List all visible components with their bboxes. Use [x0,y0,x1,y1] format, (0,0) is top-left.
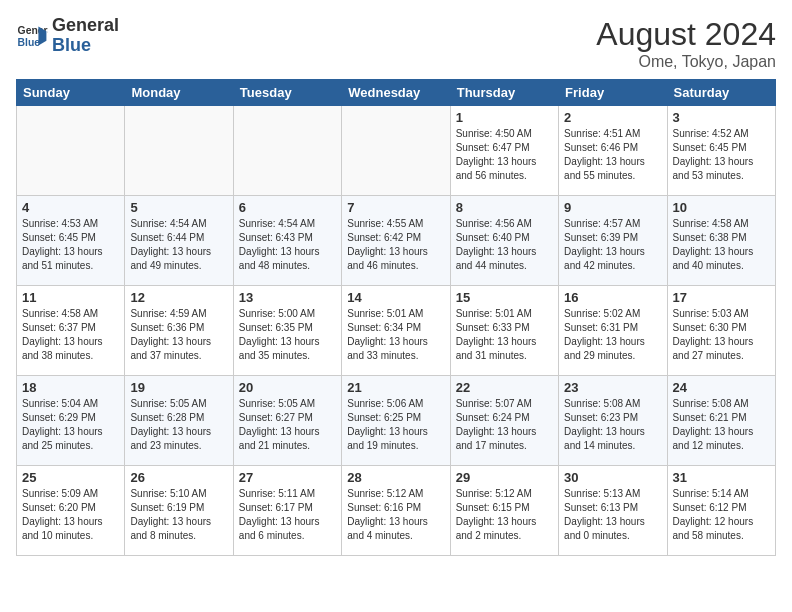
day-number: 3 [673,110,770,125]
calendar-cell: 14Sunrise: 5:01 AM Sunset: 6:34 PM Dayli… [342,286,450,376]
day-number: 17 [673,290,770,305]
calendar-cell [125,106,233,196]
calendar-cell: 17Sunrise: 5:03 AM Sunset: 6:30 PM Dayli… [667,286,775,376]
calendar-cell [17,106,125,196]
day-number: 6 [239,200,336,215]
calendar-cell: 24Sunrise: 5:08 AM Sunset: 6:21 PM Dayli… [667,376,775,466]
month-year-title: August 2024 [596,16,776,53]
day-info: Sunrise: 5:08 AM Sunset: 6:23 PM Dayligh… [564,397,661,453]
day-number: 14 [347,290,444,305]
day-number: 7 [347,200,444,215]
day-number: 15 [456,290,553,305]
day-info: Sunrise: 4:58 AM Sunset: 6:38 PM Dayligh… [673,217,770,273]
day-info: Sunrise: 4:54 AM Sunset: 6:43 PM Dayligh… [239,217,336,273]
logo: General Blue General Blue [16,16,119,56]
day-number: 28 [347,470,444,485]
day-info: Sunrise: 5:13 AM Sunset: 6:13 PM Dayligh… [564,487,661,543]
day-info: Sunrise: 5:00 AM Sunset: 6:35 PM Dayligh… [239,307,336,363]
day-info: Sunrise: 5:09 AM Sunset: 6:20 PM Dayligh… [22,487,119,543]
day-number: 5 [130,200,227,215]
calendar-cell: 16Sunrise: 5:02 AM Sunset: 6:31 PM Dayli… [559,286,667,376]
day-number: 23 [564,380,661,395]
day-info: Sunrise: 5:05 AM Sunset: 6:27 PM Dayligh… [239,397,336,453]
day-info: Sunrise: 5:08 AM Sunset: 6:21 PM Dayligh… [673,397,770,453]
day-number: 27 [239,470,336,485]
location-subtitle: Ome, Tokyo, Japan [596,53,776,71]
day-number: 1 [456,110,553,125]
day-number: 20 [239,380,336,395]
calendar-cell: 25Sunrise: 5:09 AM Sunset: 6:20 PM Dayli… [17,466,125,556]
calendar-cell: 1Sunrise: 4:50 AM Sunset: 6:47 PM Daylig… [450,106,558,196]
day-info: Sunrise: 4:51 AM Sunset: 6:46 PM Dayligh… [564,127,661,183]
week-row-5: 25Sunrise: 5:09 AM Sunset: 6:20 PM Dayli… [17,466,776,556]
calendar-cell: 18Sunrise: 5:04 AM Sunset: 6:29 PM Dayli… [17,376,125,466]
day-info: Sunrise: 4:53 AM Sunset: 6:45 PM Dayligh… [22,217,119,273]
day-info: Sunrise: 5:07 AM Sunset: 6:24 PM Dayligh… [456,397,553,453]
day-info: Sunrise: 4:56 AM Sunset: 6:40 PM Dayligh… [456,217,553,273]
day-info: Sunrise: 5:03 AM Sunset: 6:30 PM Dayligh… [673,307,770,363]
day-info: Sunrise: 5:10 AM Sunset: 6:19 PM Dayligh… [130,487,227,543]
day-number: 30 [564,470,661,485]
day-info: Sunrise: 5:05 AM Sunset: 6:28 PM Dayligh… [130,397,227,453]
calendar-cell: 21Sunrise: 5:06 AM Sunset: 6:25 PM Dayli… [342,376,450,466]
day-info: Sunrise: 5:12 AM Sunset: 6:16 PM Dayligh… [347,487,444,543]
day-info: Sunrise: 4:57 AM Sunset: 6:39 PM Dayligh… [564,217,661,273]
svg-text:Blue: Blue [18,36,41,47]
day-info: Sunrise: 5:01 AM Sunset: 6:33 PM Dayligh… [456,307,553,363]
calendar-cell: 28Sunrise: 5:12 AM Sunset: 6:16 PM Dayli… [342,466,450,556]
logo-icon: General Blue [16,20,48,52]
day-number: 10 [673,200,770,215]
calendar-cell: 11Sunrise: 4:58 AM Sunset: 6:37 PM Dayli… [17,286,125,376]
title-area: August 2024 Ome, Tokyo, Japan [596,16,776,71]
calendar-cell: 9Sunrise: 4:57 AM Sunset: 6:39 PM Daylig… [559,196,667,286]
day-number: 29 [456,470,553,485]
header-monday: Monday [125,80,233,106]
week-row-3: 11Sunrise: 4:58 AM Sunset: 6:37 PM Dayli… [17,286,776,376]
calendar-cell [342,106,450,196]
calendar-cell: 20Sunrise: 5:05 AM Sunset: 6:27 PM Dayli… [233,376,341,466]
calendar-cell: 10Sunrise: 4:58 AM Sunset: 6:38 PM Dayli… [667,196,775,286]
day-info: Sunrise: 5:01 AM Sunset: 6:34 PM Dayligh… [347,307,444,363]
day-number: 18 [22,380,119,395]
calendar-cell: 29Sunrise: 5:12 AM Sunset: 6:15 PM Dayli… [450,466,558,556]
calendar-table: SundayMondayTuesdayWednesdayThursdayFrid… [16,79,776,556]
day-info: Sunrise: 4:54 AM Sunset: 6:44 PM Dayligh… [130,217,227,273]
day-info: Sunrise: 5:12 AM Sunset: 6:15 PM Dayligh… [456,487,553,543]
calendar-cell: 4Sunrise: 4:53 AM Sunset: 6:45 PM Daylig… [17,196,125,286]
calendar-cell: 7Sunrise: 4:55 AM Sunset: 6:42 PM Daylig… [342,196,450,286]
calendar-cell: 13Sunrise: 5:00 AM Sunset: 6:35 PM Dayli… [233,286,341,376]
day-info: Sunrise: 4:55 AM Sunset: 6:42 PM Dayligh… [347,217,444,273]
calendar-cell: 27Sunrise: 5:11 AM Sunset: 6:17 PM Dayli… [233,466,341,556]
day-number: 31 [673,470,770,485]
calendar-cell: 5Sunrise: 4:54 AM Sunset: 6:44 PM Daylig… [125,196,233,286]
day-info: Sunrise: 5:11 AM Sunset: 6:17 PM Dayligh… [239,487,336,543]
day-number: 25 [22,470,119,485]
day-number: 26 [130,470,227,485]
week-row-1: 1Sunrise: 4:50 AM Sunset: 6:47 PM Daylig… [17,106,776,196]
logo-text: General Blue [52,16,119,56]
week-row-4: 18Sunrise: 5:04 AM Sunset: 6:29 PM Dayli… [17,376,776,466]
day-info: Sunrise: 4:52 AM Sunset: 6:45 PM Dayligh… [673,127,770,183]
day-info: Sunrise: 4:50 AM Sunset: 6:47 PM Dayligh… [456,127,553,183]
header-saturday: Saturday [667,80,775,106]
day-info: Sunrise: 5:02 AM Sunset: 6:31 PM Dayligh… [564,307,661,363]
week-row-2: 4Sunrise: 4:53 AM Sunset: 6:45 PM Daylig… [17,196,776,286]
calendar-cell: 23Sunrise: 5:08 AM Sunset: 6:23 PM Dayli… [559,376,667,466]
day-number: 19 [130,380,227,395]
calendar-cell: 15Sunrise: 5:01 AM Sunset: 6:33 PM Dayli… [450,286,558,376]
header-thursday: Thursday [450,80,558,106]
calendar-cell: 19Sunrise: 5:05 AM Sunset: 6:28 PM Dayli… [125,376,233,466]
calendar-cell: 31Sunrise: 5:14 AM Sunset: 6:12 PM Dayli… [667,466,775,556]
calendar-cell: 12Sunrise: 4:59 AM Sunset: 6:36 PM Dayli… [125,286,233,376]
calendar-cell [233,106,341,196]
day-number: 4 [22,200,119,215]
day-number: 11 [22,290,119,305]
calendar-cell: 26Sunrise: 5:10 AM Sunset: 6:19 PM Dayli… [125,466,233,556]
day-number: 12 [130,290,227,305]
day-number: 16 [564,290,661,305]
day-info: Sunrise: 5:14 AM Sunset: 6:12 PM Dayligh… [673,487,770,543]
day-info: Sunrise: 5:06 AM Sunset: 6:25 PM Dayligh… [347,397,444,453]
page-header: General Blue General Blue August 2024 Om… [16,16,776,71]
weekday-header-row: SundayMondayTuesdayWednesdayThursdayFrid… [17,80,776,106]
header-wednesday: Wednesday [342,80,450,106]
